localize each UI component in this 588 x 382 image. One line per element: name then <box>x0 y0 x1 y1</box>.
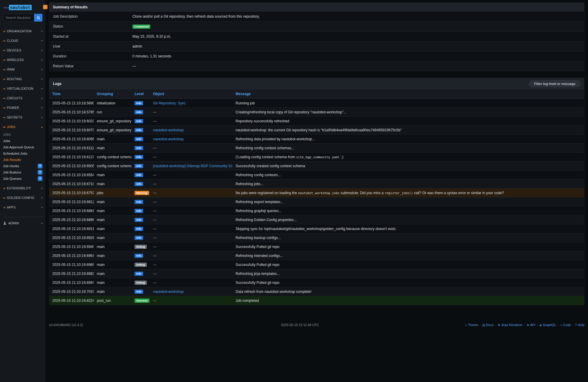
sidebar-item-jobs[interactable]: Jobs <box>0 138 45 144</box>
logs-panel-title: Logs <box>53 82 62 86</box>
sidebar-group-virtualization[interactable]: ›››VIRTUALIZATION▾ <box>0 84 45 93</box>
level-badge-debug: Debug <box>135 245 147 249</box>
footer-link-graphql[interactable]: ◈GraphQL <box>540 323 556 327</box>
logo-arrows-icon: ››› <box>3 5 9 10</box>
column-header-time[interactable]: Time <box>49 89 94 99</box>
footer-link-theme[interactable]: ◐Theme <box>465 323 478 327</box>
log-object: — <box>150 108 233 117</box>
message-text: call? Or was there a syntax error or sim… <box>413 191 504 195</box>
logo-text: nautobot <box>9 5 31 10</box>
add-button[interactable]: + <box>38 176 42 181</box>
log-time: 2025-05-15 21:10:18.579581 <box>49 108 94 117</box>
sidebar-group-secrets[interactable]: ›››SECRETS▾ <box>0 112 45 122</box>
code-icon: ‹› <box>560 323 562 327</box>
object-link[interactable]: [nautobot-workshop] Sitemap BGP Communit… <box>153 164 233 168</box>
search-button[interactable] <box>34 14 42 22</box>
nautobot-logo[interactable]: ››› nautobot <box>3 5 32 10</box>
log-message: nautobot-workshop: the current Git repos… <box>233 126 584 135</box>
log-object: — <box>150 197 233 206</box>
chevron-down-icon: ▾ <box>41 30 42 33</box>
sidebar-item-job-queues[interactable]: Job Queues+ <box>0 175 45 182</box>
sidebar-group-extensibility[interactable]: ›››EXTENSIBILITY▾ <box>0 183 45 193</box>
sidebar-item-admin[interactable]: ADMIN ▾ <box>0 217 45 229</box>
log-message: Successfully Pulled git repo <box>233 278 584 287</box>
log-row: 2025-05-15 21:10:19.695458mainInfo—Refre… <box>49 251 584 260</box>
sidebar-item-job-approval-queue[interactable]: Job Approval Queue <box>0 144 45 150</box>
log-object: nautobot-workshop <box>150 135 233 144</box>
log-grouping: config context schemas <box>94 153 132 162</box>
log-row: 2025-05-15 21:10:19.609560mainInfonautob… <box>49 135 584 144</box>
log-time: 2025-05-15 21:10:19.698383 <box>49 269 94 278</box>
footer-link-api[interactable]: ⊕API <box>527 323 535 327</box>
log-time: 2025-05-15 21:10:19.607056 <box>49 126 94 135</box>
object-link[interactable]: nautobot-workshop <box>153 128 184 132</box>
level-badge-info: Info <box>135 119 143 123</box>
footer-link-help[interactable]: ?Help <box>575 323 584 327</box>
column-header-level[interactable]: Level <box>132 89 150 99</box>
menu-arrows-icon: ››› <box>3 77 5 81</box>
group-label: IPAM <box>7 68 41 71</box>
column-header-grouping[interactable]: Grouping <box>94 89 132 99</box>
log-grouping: main <box>94 197 132 206</box>
log-level: Info <box>132 179 150 188</box>
sidebar-group-power[interactable]: ›››POWER▾ <box>0 103 45 112</box>
object-empty: — <box>153 299 157 303</box>
footer-link-docs[interactable]: ▤Docs <box>482 323 494 327</box>
log-grouping: ensure_git_repository <box>94 117 132 126</box>
sidebar-group-circuits[interactable]: ›››CIRCUITS▾ <box>0 93 45 103</box>
footer-link-code[interactable]: ‹›Code <box>560 323 571 327</box>
sidebar-item-job-buttons[interactable]: Job Buttons+ <box>0 169 45 175</box>
summary-value: — <box>129 61 584 71</box>
column-header-object[interactable]: Object <box>150 89 233 99</box>
log-grouping: main <box>94 224 132 233</box>
chevron-down-icon: ▾ <box>41 206 42 209</box>
object-empty: — <box>153 146 157 150</box>
log-grouping: run <box>94 108 132 117</box>
log-message: Refreshing jinja templates... <box>233 269 584 278</box>
log-message: Refreshing graphql queries... <box>233 206 584 215</box>
object-empty: — <box>153 218 157 222</box>
sidebar-group-apps[interactable]: ›››APPS▾ <box>0 203 45 212</box>
sidebar-collapse-button[interactable]: ‹ <box>43 5 48 9</box>
main-content: Summary of Results Job DescriptionClone … <box>45 0 588 382</box>
sidebar-group-golden-config[interactable]: ›››GOLDEN CONFIG▾ <box>0 193 45 203</box>
log-row: 2025-05-15 21:10:18.569041initialization… <box>49 99 584 108</box>
object-link[interactable]: Git Repository: Sync <box>153 101 186 105</box>
log-time: 2025-05-15 21:10:19.692608 <box>49 233 94 242</box>
menu-arrows-icon: ››› <box>3 196 5 200</box>
footer-link-jinja-renderer[interactable]: ❖Jinja Renderer <box>498 323 523 327</box>
summary-value: 0 minutes, 1.31 seconds <box>129 51 584 61</box>
log-object: — <box>150 171 233 179</box>
sidebar-item-job-hooks[interactable]: Job Hooks+ <box>0 163 45 169</box>
column-header-message[interactable]: Message <box>233 89 584 99</box>
sidebar-item-job-results[interactable]: Job Results <box>0 156 45 163</box>
log-grouping: config context schemas <box>94 162 132 171</box>
log-object: — <box>150 206 233 215</box>
sidebar-group-organization[interactable]: ›››ORGANIZATION▾ <box>0 26 45 36</box>
log-object: — <box>150 278 233 287</box>
filter-log-button[interactable]: Filter log level or message <box>529 80 581 87</box>
level-badge-info: Info <box>135 146 143 150</box>
sidebar-item-scheduled-jobs[interactable]: Scheduled Jobs <box>0 150 45 156</box>
object-link[interactable]: nautobot-workshop <box>153 290 184 294</box>
sidebar-group-routing[interactable]: ›››ROUTING▾ <box>0 74 45 84</box>
log-object: nautobot-workshop <box>150 126 233 135</box>
log-level: Info <box>132 153 150 162</box>
add-button[interactable]: + <box>38 164 42 168</box>
log-grouping: main <box>94 206 132 215</box>
logs-table-head: TimeGroupingLevelObjectMessage <box>49 89 584 99</box>
sidebar-group-wireless[interactable]: ›››WIRELESS▾ <box>0 55 45 65</box>
add-button[interactable]: + <box>38 170 42 175</box>
sidebar-group-jobs[interactable]: ›››JOBS▴ <box>0 122 45 132</box>
sidebar: ››› nautobot ›››ORGANIZATION▾›››CLOUD▾››… <box>0 0 45 382</box>
search-input[interactable] <box>3 14 34 22</box>
sidebar-group-cloud[interactable]: ›››CLOUD▾ <box>0 36 45 45</box>
log-message: Refreshing backup configs... <box>233 233 584 242</box>
log-grouping: main <box>94 278 132 287</box>
object-link[interactable]: nautobot-workshop <box>153 137 184 141</box>
summary-row-return-value: Return Value— <box>49 61 584 71</box>
sidebar-group-ipam[interactable]: ›››IPAM▾ <box>0 65 45 74</box>
summary-row-status: StatusCompleted <box>49 21 584 31</box>
sidebar-group-devices[interactable]: ›››DEVICES▾ <box>0 45 45 55</box>
submenu-item-label: Job Hooks <box>3 164 19 168</box>
